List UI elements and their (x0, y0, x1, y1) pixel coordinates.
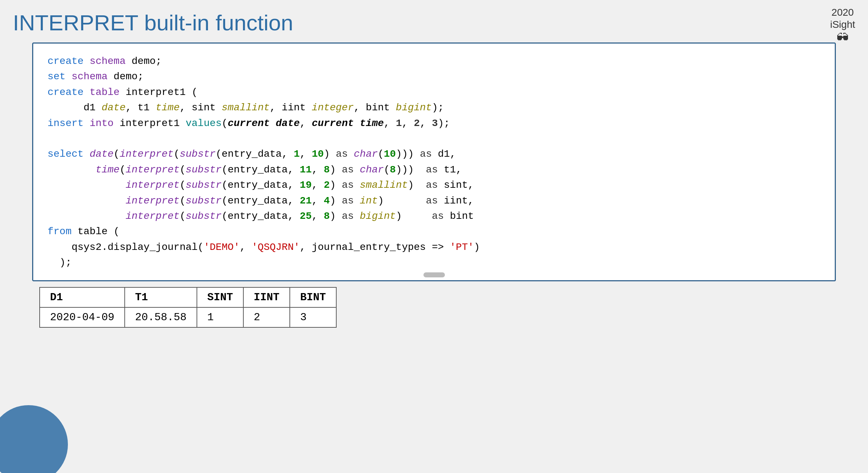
col-iint: IINT (243, 287, 290, 307)
code-block: create schema demo; set schema demo; cre… (48, 54, 820, 270)
logo-area: 2020 iSight 🕶 (830, 6, 855, 45)
main-content: create schema demo; set schema demo; cre… (0, 42, 868, 335)
cell-bint-val: 3 (290, 307, 336, 327)
cell-t1-val: 20.58.58 (125, 307, 197, 327)
logo-year: 2020 (830, 6, 855, 19)
page-title: INTERPRET built-in function (0, 0, 868, 42)
cell-d1-val: 2020-04-09 (40, 307, 125, 327)
col-t1: T1 (125, 287, 197, 307)
results-wrapper: D1 T1 SINT IINT BINT 2020-04-09 20.58.58… (32, 281, 836, 335)
col-d1: D1 (40, 287, 125, 307)
scrollbar-hint[interactable] (423, 272, 445, 277)
results-table: D1 T1 SINT IINT BINT 2020-04-09 20.58.58… (39, 287, 337, 328)
col-sint: SINT (197, 287, 243, 307)
code-panel: create schema demo; set schema demo; cre… (32, 42, 836, 281)
col-bint: BINT (290, 287, 336, 307)
bottom-decor-circle (0, 405, 68, 473)
table-header-row: D1 T1 SINT IINT BINT (40, 287, 336, 307)
cell-sint-val: 1 (197, 307, 243, 327)
logo-brand: iSight (830, 19, 855, 31)
cell-iint-val: 2 (243, 307, 290, 327)
table-row: 2020-04-09 20.58.58 1 2 3 (40, 307, 336, 327)
